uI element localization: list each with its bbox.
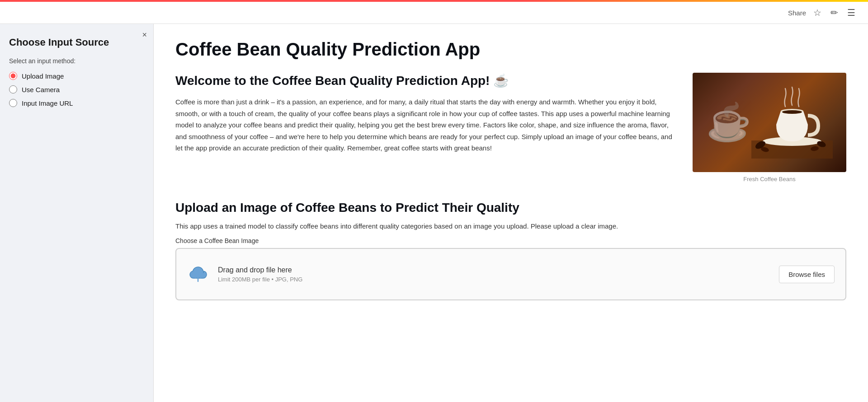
radio-upload-label: Upload Image <box>22 72 64 80</box>
coffee-image-container: Fresh Coffee Beans <box>693 73 846 182</box>
main-content: Coffee Bean Quality Prediction App Welco… <box>154 24 868 402</box>
toolbar: Share ☆ ✏ ☰ <box>0 2 868 24</box>
welcome-text-block: Welcome to the Coffee Bean Quality Predi… <box>175 73 675 154</box>
welcome-heading: Welcome to the Coffee Bean Quality Predi… <box>175 73 675 89</box>
radio-camera-label: Use Camera <box>22 86 60 93</box>
radio-url-label: Input Image URL <box>22 99 73 107</box>
menu-icon: ☰ <box>847 7 855 18</box>
close-icon: × <box>142 30 147 39</box>
page-title: Coffee Bean Quality Prediction App <box>175 38 846 60</box>
star-icon: ☆ <box>813 7 821 18</box>
coffee-illustration <box>751 86 833 159</box>
coffee-image <box>693 73 846 172</box>
browse-files-button[interactable]: Browse files <box>779 266 835 283</box>
upload-dropzone[interactable]: Drag and drop file here Limit 200MB per … <box>175 248 846 300</box>
cloud-upload-icon <box>187 263 209 285</box>
sidebar: × Choose Input Source Select an input me… <box>0 24 154 402</box>
radio-item-url[interactable]: Input Image URL <box>9 99 144 107</box>
radio-item-upload[interactable]: Upload Image <box>9 72 144 80</box>
share-button[interactable]: Share <box>788 9 806 17</box>
radio-url-input[interactable] <box>9 99 17 107</box>
upload-section: Upload an Image of Coffee Beans to Predi… <box>175 201 846 300</box>
cloud-icon-svg <box>187 265 209 283</box>
image-caption: Fresh Coffee Beans <box>693 176 846 182</box>
welcome-section: Welcome to the Coffee Bean Quality Predi… <box>175 73 846 182</box>
svg-point-3 <box>782 110 802 114</box>
dropzone-text-block: Drag and drop file here Limit 200MB per … <box>218 266 770 283</box>
main-layout: × Choose Input Source Select an input me… <box>0 24 868 402</box>
upload-section-heading: Upload an Image of Coffee Beans to Predi… <box>175 201 846 215</box>
welcome-body: Coffee is more than just a drink – it's … <box>175 96 675 154</box>
input-source-radio-group: Upload Image Use Camera Input Image URL <box>9 72 144 107</box>
edit-button[interactable]: ✏ <box>829 5 840 20</box>
radio-camera-input[interactable] <box>9 85 17 93</box>
dropzone-sub-text: Limit 200MB per file • JPG, PNG <box>218 276 770 283</box>
radio-upload-input[interactable] <box>9 72 17 80</box>
upload-description: This app uses a trained model to classif… <box>175 222 846 230</box>
sidebar-subtitle: Select an input method: <box>9 57 144 65</box>
edit-icon: ✏ <box>830 7 838 18</box>
sidebar-title: Choose Input Source <box>9 37 144 48</box>
dropzone-main-text: Drag and drop file here <box>218 266 770 274</box>
star-button[interactable]: ☆ <box>811 5 823 20</box>
file-input-label: Choose a Coffee Bean Image <box>175 237 846 244</box>
sidebar-close-button[interactable]: × <box>142 30 147 40</box>
menu-button[interactable]: ☰ <box>845 5 857 20</box>
radio-item-camera[interactable]: Use Camera <box>9 85 144 93</box>
